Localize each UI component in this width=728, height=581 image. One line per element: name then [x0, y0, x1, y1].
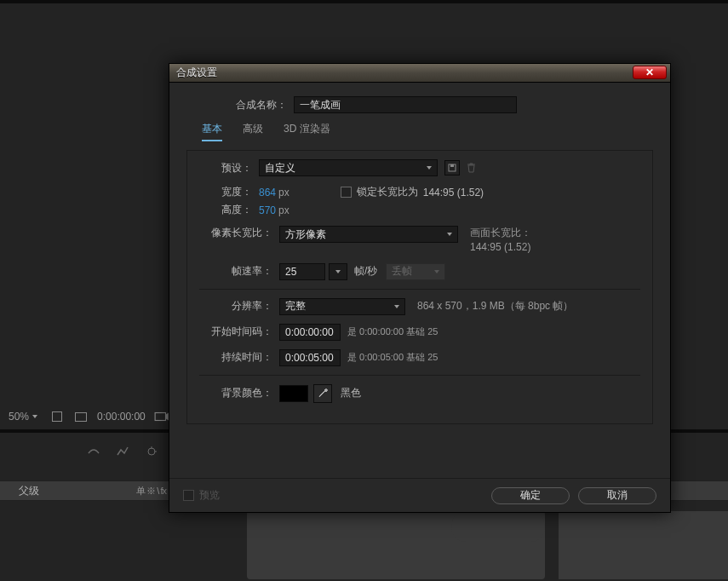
dropframe-dropdown: 丢帧: [386, 263, 445, 280]
chevron-down-icon: [434, 270, 439, 273]
chevron-down-icon: [447, 233, 452, 236]
lock-aspect-ratio: 144:95 (1.52): [423, 187, 484, 198]
chevron-down-icon: [427, 166, 432, 170]
bgcolor-name: 黑色: [341, 386, 361, 400]
motion-blur-icon[interactable]: [145, 445, 158, 461]
zoom-dropdown[interactable]: 50%: [5, 409, 41, 424]
lock-aspect-label: 锁定长宽比为: [357, 185, 418, 199]
save-preset-button[interactable]: [444, 160, 460, 175]
svg-rect-0: [155, 413, 165, 421]
preview-checkbox: [183, 490, 194, 501]
preview-checkbox-row: 预览: [183, 488, 220, 503]
dropframe-value: 丢帧: [392, 264, 412, 279]
par-dropdown[interactable]: 方形像素: [279, 226, 458, 243]
roi-icon[interactable]: [49, 409, 65, 424]
current-time-display[interactable]: 0:00:00:00: [97, 411, 146, 423]
framerate-unit: 帧/秒: [354, 264, 377, 279]
height-input[interactable]: 570: [259, 204, 276, 216]
duration-label: 持续时间：: [199, 350, 279, 365]
bgcolor-label: 背景颜色：: [199, 386, 279, 400]
resolution-dropdown[interactable]: 完整: [279, 298, 405, 315]
lock-aspect-checkbox[interactable]: [341, 187, 352, 198]
eyedropper-button[interactable]: [313, 384, 332, 403]
comp-name-label: 合成名称：: [186, 98, 294, 112]
resolution-value: 完整: [285, 299, 306, 314]
resolution-label: 分辨率：: [199, 299, 279, 314]
ok-button[interactable]: 确定: [491, 487, 570, 504]
frame-aspect-label: 画面长宽比：: [470, 226, 531, 240]
par-label: 像素长宽比：: [199, 226, 279, 240]
resolution-info: 864 x 570，1.9 MB（每 8bpc 帧）: [417, 299, 573, 314]
start-timecode-label: 开始时间码：: [199, 325, 279, 339]
dialog-titlebar[interactable]: 合成设置 ✕: [169, 64, 670, 83]
parent-column-header[interactable]: 父级: [19, 484, 39, 498]
shy-icon[interactable]: [87, 445, 100, 461]
width-unit: px: [278, 187, 289, 198]
preview-content-blob: [451, 508, 545, 542]
composition-settings-dialog: 合成设置 ✕ 合成名称： 基本 高级 3D 渲染器 预设： 自定义: [169, 63, 671, 513]
framerate-dropdown-button[interactable]: [329, 263, 347, 280]
tab-advanced[interactable]: 高级: [243, 122, 263, 141]
duration-aux: 是 0:00:05:00 基础 25: [347, 351, 438, 364]
preset-dropdown[interactable]: 自定义: [259, 159, 438, 176]
app-background: 50% 0:00:00:00 父级 单 ※ \ fx: [0, 0, 728, 581]
basic-tab-panel: 预设： 自定义 宽度： 864 px: [186, 150, 653, 424]
par-value: 方形像素: [285, 227, 326, 242]
comp-name-input[interactable]: [294, 96, 517, 113]
separator: [199, 289, 640, 290]
frame-aspect-value: 144:95 (1.52): [470, 240, 531, 255]
camera-options-icon[interactable]: [154, 409, 169, 424]
preview-right-panel: [559, 511, 728, 579]
dialog-body: 合成名称： 基本 高级 3D 渲染器 预设： 自定义: [169, 83, 670, 512]
cancel-button[interactable]: 取消: [578, 487, 656, 504]
preset-label: 预设：: [199, 161, 259, 175]
zoom-value: 50%: [9, 411, 29, 423]
close-icon: ✕: [645, 67, 654, 78]
width-input[interactable]: 864: [259, 187, 276, 198]
separator: [199, 375, 640, 376]
frame-aspect-info: 画面长宽比： 144:95 (1.52): [470, 226, 531, 255]
preview-label: 预览: [199, 488, 220, 503]
graph-icon[interactable]: [116, 445, 129, 461]
lock-aspect-row: 锁定长宽比为 144:95 (1.52): [341, 185, 484, 199]
close-button[interactable]: ✕: [633, 66, 667, 79]
chevron-down-icon: [32, 415, 37, 418]
height-unit: px: [278, 204, 289, 216]
framerate-input[interactable]: [279, 263, 325, 280]
svg-rect-3: [450, 164, 454, 167]
tab-bar: 基本 高级 3D 渲染器: [202, 122, 653, 141]
width-label: 宽度：: [199, 185, 259, 199]
delete-preset-button[interactable]: [463, 160, 479, 175]
chevron-down-icon: [335, 270, 341, 273]
dialog-title: 合成设置: [176, 66, 217, 80]
snapshot-icon[interactable]: [73, 409, 89, 424]
dialog-footer: 预览 确定 取消: [169, 478, 670, 512]
start-timecode-input[interactable]: [279, 324, 341, 341]
start-timecode-aux: 是 0:00:00:00 基础 25: [347, 325, 438, 338]
duration-input[interactable]: [279, 349, 341, 366]
preset-value: 自定义: [265, 161, 295, 175]
bgcolor-swatch[interactable]: [279, 385, 308, 402]
tab-3d-renderer[interactable]: 3D 渲染器: [284, 122, 330, 141]
framerate-label: 帧速率：: [199, 264, 279, 279]
chevron-down-icon: [394, 305, 399, 308]
svg-point-1: [148, 448, 155, 455]
height-label: 高度：: [199, 203, 259, 217]
switches-column-header[interactable]: 单 ※ \ fx: [136, 485, 166, 498]
tab-basic[interactable]: 基本: [202, 122, 222, 141]
